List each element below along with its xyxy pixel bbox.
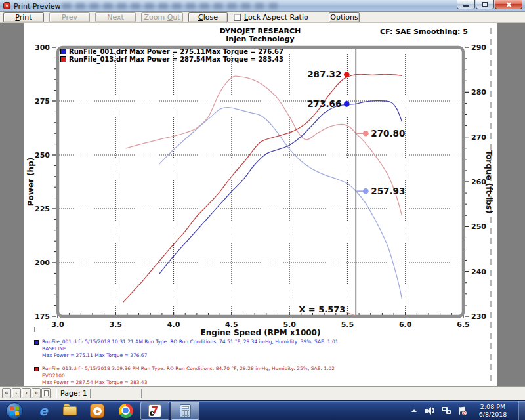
action-center-flag-icon[interactable] [458, 407, 467, 415]
page-margin-mark [34, 327, 35, 332]
correction-factor-label: CF: SAE Smoothing: 5 [380, 28, 468, 36]
curve-runfile-001-power-hp- [159, 101, 402, 274]
restore-button[interactable] [476, 0, 494, 9]
window-title: Print Preview [14, 2, 61, 10]
chrome-icon[interactable] [119, 404, 133, 418]
next-page-button[interactable]: › [22, 388, 31, 398]
desktop-screen: Print Preview Print Prev Next Zoom Out C… [0, 0, 525, 420]
readout-dot [363, 131, 369, 136]
statusbar: « ‹ › » Page: 1 [0, 386, 525, 400]
lock-aspect-ratio-label: Lock Aspect Ratio [244, 13, 308, 22]
preview-page: X = 5.573287.32273.66270.80257.933.03.54… [24, 23, 497, 386]
restore-icon [482, 2, 488, 7]
torque-tick-label: 270 [471, 133, 486, 142]
system-tray: 2:08 PM 6/8/2018 [404, 401, 525, 420]
readout-value: 287.32 [307, 69, 341, 79]
x-tick-label: 5.5 [341, 320, 354, 329]
power-tick-label: 225 [35, 205, 50, 213]
print-button[interactable]: Print [3, 12, 44, 22]
torque-tick-label: 230 [471, 312, 486, 321]
start-button[interactable] [6, 402, 23, 419]
x-tick-label: 3.0 [51, 320, 64, 329]
show-desktop-button[interactable] [518, 401, 525, 420]
prev-page-button[interactable]: ‹ [12, 388, 21, 398]
run-info-line: RunFile_013.drf - 5/15/2018 3:09:36 PM R… [42, 366, 335, 373]
preview-workspace: X = 5.573287.32273.66270.80257.933.03.54… [0, 23, 525, 386]
network-icon[interactable] [442, 407, 452, 415]
hidden-icons-arrow[interactable] [411, 409, 417, 412]
taskbar-clock[interactable]: 2:08 PM 6/8/2018 [472, 403, 514, 419]
power-tick-label: 300 [35, 43, 50, 52]
taskbar: e 7 [0, 400, 525, 420]
page-number-label: Page: 1 [60, 389, 87, 398]
legend-max-torque: Max Torque = 276.67 [205, 48, 284, 55]
run-swatch-red [34, 367, 39, 371]
statusbar-divider [56, 388, 57, 398]
torque-tick-label: 250 [471, 222, 486, 231]
legend-row: RunFile_001.drf Max Power = 275.11 Max T… [60, 48, 205, 56]
torque-tick-label: 280 [471, 88, 486, 96]
legend-file: RunFile_013.drf [69, 56, 127, 63]
curve-runfile-013-torque-ft-lbs- [126, 76, 402, 215]
statusbar-divider [90, 388, 91, 398]
power-tick-label: 200 [35, 259, 50, 267]
torque-axis-title: Torque (ft-lbs) [484, 150, 494, 214]
taskbar-winpep-app[interactable]: 7 [140, 402, 169, 420]
run-info-name: BASELINE [42, 346, 338, 353]
readout-dot [344, 72, 350, 77]
legend-file: RunFile_001.drf [69, 48, 127, 55]
titlebar[interactable]: Print Preview [0, 0, 525, 12]
first-page-button[interactable]: « [2, 388, 11, 398]
readout-value: 270.80 [371, 128, 405, 138]
readout-dot [363, 188, 369, 194]
legend-swatch-red [60, 56, 66, 62]
plot-frame [58, 47, 463, 316]
x-axis-title: Engine Speed (RPM x1000) [201, 328, 321, 337]
x-tick-label: 6.5 [457, 320, 470, 329]
power-tick-label: 175 [35, 312, 50, 321]
minimize-button[interactable] [457, 0, 475, 9]
torque-tick-label: 240 [471, 268, 486, 276]
legend-max-torque: Max Torque = 283.43 [205, 56, 284, 63]
run-info-block: RunFile_013.drf - 5/15/2018 3:09:36 PM R… [34, 366, 335, 387]
calculator-icon [180, 404, 191, 418]
close-preview-button[interactable]: Close [188, 12, 228, 22]
media-player-icon[interactable] [90, 404, 104, 418]
titlebar-ghost-text [62, 3, 279, 9]
lock-aspect-ratio-checkbox[interactable] [234, 14, 241, 21]
dyno-chart: X = 5.573287.32273.66270.80257.933.03.54… [24, 23, 497, 386]
x-tick-label: 4.0 [167, 320, 180, 329]
prev-button[interactable]: Prev [49, 12, 90, 22]
taskbar-calculator-app[interactable] [171, 402, 200, 420]
windows-flag-icon [10, 406, 14, 411]
zoom-out-button[interactable]: Zoom Out [141, 12, 183, 22]
document-icon [44, 390, 49, 396]
chart-legend: RunFile_001.drf Max Power = 275.11 Max T… [60, 48, 205, 64]
next-button[interactable]: Next [95, 12, 136, 22]
readout-dot [344, 101, 350, 107]
run-info-block: RunFile_001.drf - 5/15/2018 10:31:21 AM … [34, 339, 338, 360]
close-window-button[interactable] [495, 0, 522, 9]
last-page-button[interactable]: » [32, 388, 41, 398]
legend-max-power: Max Power = 275.11 [129, 48, 205, 55]
volume-icon[interactable] [425, 407, 435, 415]
x-tick-label: 6.0 [399, 320, 412, 329]
options-button[interactable]: Options [329, 12, 360, 22]
internet-explorer-icon[interactable]: e [36, 404, 51, 418]
run-info-max: Max Power = 287.54 Max Torque = 283.43 [42, 379, 335, 387]
clock-time: 2:08 PM [472, 403, 514, 411]
readout-value: 257.93 [371, 186, 405, 196]
curve-runfile-013-power-hp- [123, 74, 402, 302]
statusbar-divider [141, 388, 142, 398]
legend-max-power: Max Power = 287.54 [129, 56, 205, 63]
power-tick-label: 275 [35, 97, 50, 106]
page-setup-button[interactable] [41, 388, 51, 398]
run-info-max: Max Power = 275.11 Max Torque = 276.67 [42, 352, 338, 360]
cursor-x-label: X = 5.573 [299, 304, 345, 314]
file-explorer-icon[interactable] [63, 406, 77, 420]
run-info-line: RunFile_001.drf - 5/15/2018 10:31:21 AM … [42, 339, 338, 346]
torque-tick-label: 260 [471, 178, 486, 186]
torque-tick-label: 290 [471, 43, 486, 52]
clock-date: 6/8/2018 [472, 411, 514, 419]
run-info-name: EVO2100 [42, 373, 335, 380]
